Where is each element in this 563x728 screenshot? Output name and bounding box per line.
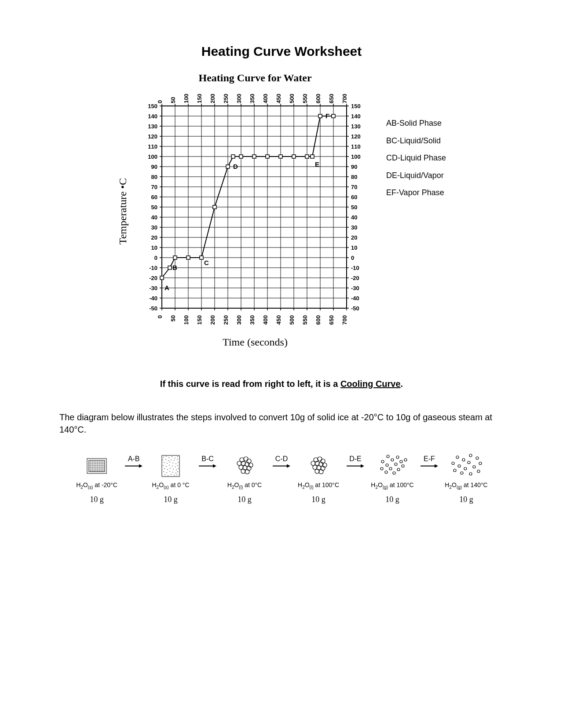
svg-text:40: 40 <box>351 214 357 221</box>
svg-text:-50: -50 <box>351 305 359 312</box>
svg-text:90: 90 <box>151 164 157 170</box>
legend-de: DE-Liquid/Vapor <box>386 167 446 185</box>
svg-text:-30: -30 <box>351 285 359 291</box>
svg-text:150: 150 <box>196 315 203 325</box>
svg-text:500: 500 <box>289 315 295 325</box>
svg-text:650: 650 <box>328 315 335 325</box>
svg-text:-20: -20 <box>149 275 157 281</box>
svg-text:200: 200 <box>209 94 216 103</box>
svg-point-314 <box>452 462 454 465</box>
svg-marker-265 <box>213 464 216 468</box>
svg-text:700: 700 <box>341 94 348 103</box>
svg-text:450: 450 <box>275 315 282 325</box>
arrow-bc: B-C <box>199 453 216 468</box>
liquid-hot-icon <box>301 453 336 479</box>
arrow-ef: E-F <box>420 453 438 468</box>
svg-text:-50: -50 <box>149 305 157 312</box>
arrow-cd: C-D <box>273 453 290 468</box>
svg-text:140: 140 <box>148 113 157 120</box>
svg-marker-221 <box>139 464 143 468</box>
solid-cold-icon <box>79 453 114 479</box>
svg-text:250: 250 <box>223 315 229 325</box>
svg-point-257 <box>175 473 176 473</box>
svg-point-242 <box>166 466 167 467</box>
svg-text:700: 700 <box>341 315 348 325</box>
svg-text:150: 150 <box>351 103 361 109</box>
legend-cd: CD-Liquid Phase <box>386 149 446 167</box>
body-paragraph: The diagram below illustrates the steps … <box>59 411 504 436</box>
svg-rect-189 <box>239 155 243 158</box>
svg-point-296 <box>391 459 394 461</box>
svg-point-241 <box>163 465 164 466</box>
chart-legend: AB-Solid Phase BC-Liquid/Solid CD-Liquid… <box>386 115 446 202</box>
svg-rect-183 <box>173 256 177 259</box>
svg-point-318 <box>473 466 475 468</box>
svg-rect-184 <box>186 256 190 259</box>
svg-text:10: 10 <box>351 244 357 251</box>
svg-point-224 <box>166 456 167 457</box>
step-6: H2O(g) at 140°C 10 g <box>438 453 494 504</box>
svg-point-230 <box>165 459 166 460</box>
svg-point-223 <box>163 457 164 458</box>
svg-text:130: 130 <box>148 123 157 130</box>
gas-hot-icon <box>375 453 410 479</box>
svg-point-244 <box>172 466 173 466</box>
svg-text:400: 400 <box>262 315 269 325</box>
arrow-ab: A-B <box>125 453 143 468</box>
step-3: H2O(l) at 0°C 10 g <box>216 453 273 504</box>
svg-point-259 <box>165 474 165 475</box>
svg-point-301 <box>395 463 397 466</box>
svg-rect-186 <box>213 205 216 209</box>
svg-text:500: 500 <box>289 94 295 103</box>
svg-point-298 <box>400 460 402 463</box>
svg-text:150: 150 <box>148 103 157 109</box>
svg-text:B: B <box>172 264 177 271</box>
caption-3: H2O(l) at 0°C <box>227 481 262 490</box>
liquid-cold-icon <box>227 453 262 479</box>
cooling-note-post: . <box>401 379 403 389</box>
svg-text:300: 300 <box>236 94 242 103</box>
svg-point-312 <box>476 457 479 459</box>
svg-marker-279 <box>287 464 290 468</box>
svg-text:600: 600 <box>315 315 322 325</box>
svg-point-256 <box>172 472 173 473</box>
svg-text:100: 100 <box>183 315 190 325</box>
chart-svg: 0050501001001501502002002502503003003503… <box>131 88 377 335</box>
svg-text:F: F <box>325 112 329 120</box>
svg-text:70: 70 <box>151 184 157 190</box>
svg-point-227 <box>175 458 175 459</box>
svg-rect-190 <box>252 155 256 158</box>
svg-text:50: 50 <box>351 204 357 211</box>
svg-point-233 <box>174 460 175 461</box>
legend-ef: EF-Vapor Phase <box>386 184 446 202</box>
svg-point-294 <box>387 455 389 458</box>
svg-text:80: 80 <box>351 174 357 180</box>
svg-rect-192 <box>279 155 282 158</box>
svg-point-295 <box>396 456 399 459</box>
caption-5: H2O(g) at 100°C <box>371 481 413 490</box>
page-title: Heating Curve Worksheet <box>59 44 504 59</box>
svg-text:0: 0 <box>157 315 163 318</box>
chart-title: Heating Curve for Water <box>7 72 504 84</box>
heating-curve-chart: Heating Curve for Water Temperature •C 0… <box>59 72 504 348</box>
svg-point-317 <box>458 465 461 467</box>
svg-rect-187 <box>226 165 230 168</box>
svg-text:350: 350 <box>249 315 256 325</box>
svg-text:650: 650 <box>328 94 335 103</box>
svg-text:60: 60 <box>351 194 357 200</box>
svg-text:550: 550 <box>302 94 308 103</box>
svg-text:50: 50 <box>151 204 157 211</box>
svg-point-315 <box>479 462 482 465</box>
svg-text:0: 0 <box>154 255 157 261</box>
svg-point-263 <box>176 474 177 475</box>
svg-point-254 <box>166 472 167 473</box>
steps-diagram: H2O(s) at -20°C 10 g A-B <box>59 453 504 504</box>
svg-rect-196 <box>318 114 322 118</box>
svg-text:450: 450 <box>275 94 282 103</box>
svg-text:E: E <box>315 160 319 168</box>
svg-text:-10: -10 <box>149 265 157 271</box>
svg-text:A: A <box>165 284 169 291</box>
svg-point-300 <box>386 464 388 466</box>
svg-text:50: 50 <box>170 97 176 103</box>
svg-point-307 <box>393 472 395 474</box>
